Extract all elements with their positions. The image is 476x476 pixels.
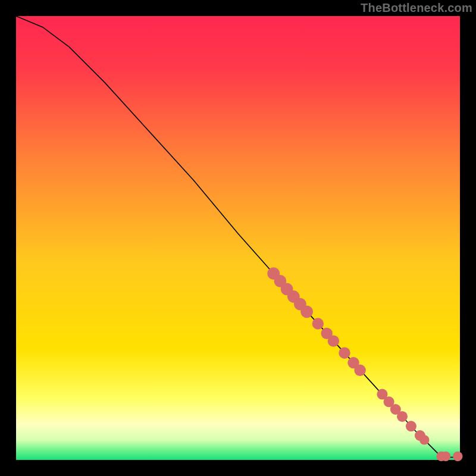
chart-stage: TheBottleneck.com — [0, 0, 476, 476]
data-dot — [339, 347, 350, 359]
data-dot — [328, 335, 339, 346]
data-dot — [354, 365, 365, 376]
bottleneck-chart — [0, 0, 476, 476]
plot-background — [16, 16, 460, 460]
data-dot — [419, 435, 429, 444]
data-dot — [406, 421, 416, 431]
watermark-label: TheBottleneck.com — [361, 1, 472, 15]
data-dot — [300, 305, 313, 318]
data-dot — [397, 411, 408, 422]
data-dot — [441, 452, 450, 461]
data-dot — [453, 452, 462, 461]
data-dot — [312, 318, 324, 329]
